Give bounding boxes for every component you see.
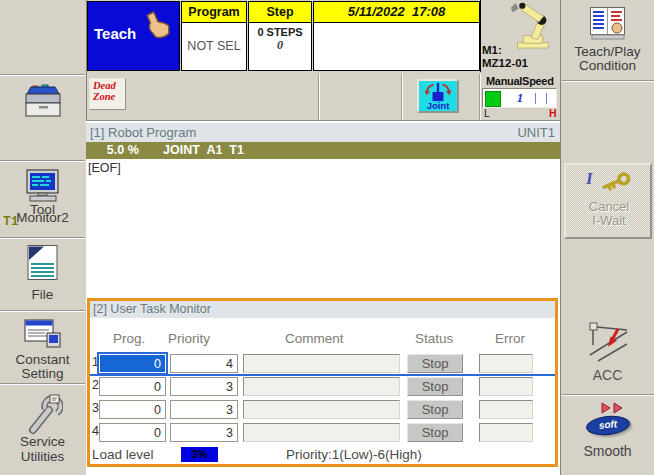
service-utilities-label-line2: Utilities [0, 449, 85, 464]
robot-id-line2: MZ12-01 [482, 57, 528, 69]
acc-button[interactable]: ACC [561, 316, 654, 394]
teach-play-label-line1: Teach/Play [565, 44, 650, 59]
datetime-cell: 5/11/2022 17:08 [313, 1, 480, 71]
sidebar-item-file[interactable]: File [0, 237, 85, 311]
step-header: Step [249, 2, 311, 23]
task-monitor-titlebar: [2] User Task Monitor [90, 301, 555, 318]
status-row-divider-2 [401, 74, 403, 120]
smooth-label: Smooth [565, 443, 650, 459]
col-header-prog: Prog. [113, 331, 145, 346]
status-button[interactable]: Stop [407, 377, 463, 396]
task-row-number: 1 [92, 355, 99, 369]
cancel-iwait-button[interactable]: I Cancel I-Wait [564, 163, 652, 239]
constant-setting-label-line1: Constant [0, 352, 85, 367]
program-value: NOT SEL [182, 39, 246, 53]
file-icon [26, 244, 60, 282]
service-utilities-label-line1: Service [0, 434, 85, 449]
sidebar-item-tool[interactable]: Tool T1 [0, 74, 85, 161]
fast-forward-icon [601, 402, 627, 414]
manual-speed-fill [485, 91, 501, 107]
manual-speed-value: 1 [511, 90, 529, 106]
dead-zone-line1: Dead [93, 80, 125, 91]
pointing-hand-icon [143, 11, 173, 39]
datetime-value: 5/11/2022 17:08 [314, 2, 479, 23]
load-level-label: Load level [92, 447, 154, 462]
comment-field[interactable] [243, 354, 400, 373]
manual-speed-low-label: L [484, 107, 490, 119]
prog-input[interactable]: 0 [99, 400, 166, 419]
wrench-icon [23, 393, 63, 435]
program-eof-line: [EOF] [88, 161, 121, 175]
robot-arm-icon [503, 0, 559, 50]
acc-icon [585, 321, 631, 363]
error-field [479, 400, 533, 419]
col-header-status: Status [415, 331, 453, 346]
priority-input[interactable]: 3 [170, 423, 238, 442]
status-row-divider-1 [318, 74, 320, 120]
task-monitor-window: [2] User Task Monitor Prog. Priority Com… [87, 298, 558, 467]
manual-speed-gauge: 1 [482, 88, 557, 108]
right-sidebar: Teach/Play Condition I Cancel I-Wait [560, 0, 654, 475]
error-field [479, 354, 533, 373]
sidebar-item-constant-setting[interactable]: Constant Setting [0, 310, 85, 384]
step-cell[interactable]: Step 0 STEPS 0 [248, 1, 312, 71]
comment-field[interactable] [243, 423, 400, 442]
teach-play-label-line2: Condition [565, 58, 650, 73]
task-row: 1 0 4 Stop [90, 352, 555, 375]
sidebar-spacer [0, 0, 85, 74]
prog-input[interactable]: 0 [99, 377, 166, 396]
robot-id-line1: M1: [482, 44, 502, 56]
teach-mode-indicator: Teach [87, 1, 180, 71]
teach-mode-label: Teach [94, 25, 136, 42]
file-label: File [0, 287, 85, 302]
windows-icon [23, 318, 63, 350]
teach-play-condition-icon [589, 6, 627, 42]
task-row: 3 0 3 Stop [90, 398, 555, 421]
col-header-comment: Comment [285, 331, 344, 346]
error-field [479, 423, 533, 442]
task-monitor-title: [2] User Task Monitor [93, 302, 211, 316]
smooth-button[interactable]: soft Smooth [561, 395, 654, 475]
manual-speed-high-label: H [549, 107, 557, 119]
joint-coord-button[interactable]: Joint [417, 79, 459, 113]
prog-input[interactable]: 0 [99, 423, 166, 442]
priority-input[interactable]: 3 [170, 377, 238, 396]
toolbox-icon [21, 82, 65, 120]
priority-input[interactable]: 3 [170, 400, 238, 419]
manual-speed-label: ManualSpeed [486, 75, 554, 87]
cancel-iwait-label-line1: Cancel [566, 199, 652, 214]
priority-input[interactable]: 4 [170, 354, 238, 373]
program-window-titlebar: [1] Robot Program UNIT1 [86, 123, 560, 142]
status-button[interactable]: Stop [407, 400, 463, 419]
iwait-i-glyph: I [586, 169, 593, 189]
cancel-iwait-label-line2: I-Wait [566, 213, 652, 228]
left-sidebar: Tool T1 Monitor2 [0, 0, 87, 475]
joint-label: Joint [419, 100, 457, 111]
task-row-number: 3 [92, 401, 99, 415]
monitor2-label: Monitor2 [0, 210, 85, 225]
status-button[interactable]: Stop [407, 354, 463, 373]
sidebar-item-monitor2[interactable]: Monitor2 [0, 160, 85, 238]
col-header-error: Error [495, 331, 525, 346]
program-active-line[interactable]: 5.0 % JOINT A1 T1 [86, 142, 560, 159]
right-sidebar-divider-1 [562, 80, 654, 82]
sidebar-item-service-utilities[interactable]: Service Utilities [0, 383, 85, 475]
col-header-priority: Priority [168, 331, 210, 346]
monitor-icon [23, 168, 63, 204]
pendant-screen: Tool T1 Monitor2 [0, 0, 654, 475]
comment-field[interactable] [243, 377, 400, 396]
joint-motion-icon [423, 82, 453, 102]
program-cell[interactable]: Program NOT SEL [181, 1, 247, 71]
comment-field[interactable] [243, 400, 400, 419]
constant-setting-label-line2: Setting [0, 366, 85, 381]
task-row: 4 0 3 Stop [90, 421, 555, 444]
program-window-title: [1] Robot Program [90, 125, 196, 140]
load-level-bar: 3% [181, 447, 218, 462]
status-button[interactable]: Stop [407, 423, 463, 442]
teach-play-condition-button[interactable]: Teach/Play Condition [561, 0, 654, 80]
step-value: 0 STEPS [249, 26, 311, 38]
dead-zone-line2: Zone [93, 91, 125, 102]
priority-range-note: Priority:1(Low)-6(High) [286, 447, 422, 462]
prog-input[interactable]: 0 [99, 354, 166, 373]
error-field [479, 377, 533, 396]
